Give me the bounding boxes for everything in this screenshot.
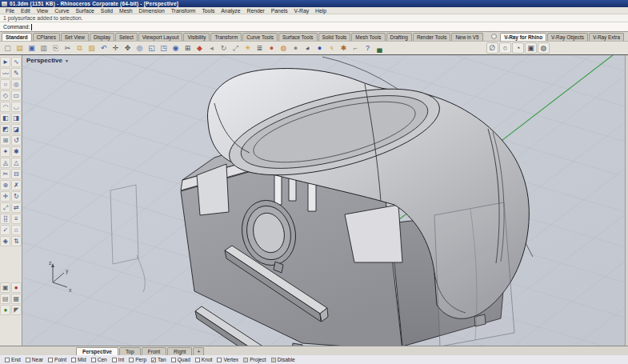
viewport-grid-icon[interactable]: ⊞ xyxy=(182,42,194,54)
eraser-icon[interactable]: ◆ xyxy=(194,42,206,54)
menu-item-transform[interactable]: Transform xyxy=(168,8,199,14)
osnap-checkbox-end[interactable] xyxy=(5,358,10,362)
toolbar-tab-v-ray-extra[interactable]: V-Ray Extra xyxy=(589,33,624,41)
shade-mode-ring-icon[interactable]: ◍ xyxy=(278,42,290,54)
surface-tool-icon[interactable]: ◧ xyxy=(0,113,10,123)
paste-icon[interactable]: ▧ xyxy=(86,42,98,54)
osnap-cen[interactable]: Cen xyxy=(91,357,107,362)
menu-item-analyze[interactable]: Analyze xyxy=(218,8,243,14)
saved-views-icon[interactable]: ▤ xyxy=(0,294,10,304)
zoom-selected-icon[interactable]: ◉ xyxy=(170,42,182,54)
render-stop-icon[interactable]: ● xyxy=(11,282,22,293)
scale-tool-icon[interactable]: ⤢ xyxy=(0,202,10,213)
extrude-tool-icon[interactable]: ⊞ xyxy=(0,135,10,146)
viewport-tab-top[interactable]: Top xyxy=(119,347,141,355)
toolbar-tab-surface-tools[interactable]: Surface Tools xyxy=(278,33,318,41)
ellipse-tool-icon[interactable]: ◎ xyxy=(11,79,22,90)
menu-item-vray[interactable]: V-Ray xyxy=(291,8,313,14)
menu-item-edit[interactable]: Edit xyxy=(18,8,34,14)
osnap-button-project[interactable]: Project xyxy=(243,357,266,362)
zoom-window-icon[interactable]: ◱ xyxy=(146,42,158,54)
analyze-tool-icon[interactable]: ✓ xyxy=(0,225,10,235)
command-line[interactable]: Command: xyxy=(0,22,628,32)
move-tool-icon[interactable]: ✛ xyxy=(0,191,10,202)
print-icon[interactable]: ▥ xyxy=(38,42,50,54)
toolbar-tab-display[interactable]: Display xyxy=(90,33,114,41)
zoom-extents-icon[interactable]: ◳ xyxy=(158,42,170,54)
loft-tool-icon[interactable]: ◨ xyxy=(11,113,22,123)
viewport-tab-front[interactable]: Front xyxy=(142,347,166,355)
toolbar-tab-v-ray-objects[interactable]: V-Ray Objects xyxy=(547,33,588,41)
menu-item-file[interactable]: File xyxy=(2,8,18,14)
osnap-int[interactable]: Int xyxy=(112,357,124,362)
open-file-icon[interactable]: ▤ xyxy=(14,42,26,54)
viewport-canvas[interactable]: z y x xyxy=(22,55,625,346)
menu-item-mesh[interactable]: Mesh xyxy=(116,8,136,14)
toolbar-tab-v-ray-for-rhino[interactable]: V-Ray for Rhino xyxy=(500,33,546,41)
pointer-flag-icon[interactable]: ◤ xyxy=(11,305,22,315)
toolbar-tab-curve-tools[interactable]: Curve Tools xyxy=(242,33,278,41)
box-tool-icon[interactable]: ◩ xyxy=(0,124,10,134)
curvature-icon[interactable]: ৭ xyxy=(326,42,338,54)
viewport-tab-[interactable]: + xyxy=(193,347,204,355)
lasso-select-tool-icon[interactable]: ∿ xyxy=(11,57,22,67)
osnap-vertex[interactable]: Vertex xyxy=(217,357,238,362)
shade-mode-red-icon[interactable]: ● xyxy=(266,42,278,54)
viewport-tab-perspective[interactable]: Perspective xyxy=(76,347,118,355)
orient-tool-icon[interactable]: ≡ xyxy=(11,214,22,224)
freeform-curve-tool-icon[interactable]: ◡ xyxy=(11,102,22,112)
export-icon[interactable]: ⎘ xyxy=(50,42,62,54)
osnap-end[interactable]: End xyxy=(5,357,21,362)
toolbar-tab-new-in-v5[interactable]: New in V5 xyxy=(451,33,482,41)
osnap-near[interactable]: Near xyxy=(26,357,43,362)
osnap-quad[interactable]: Quad xyxy=(171,357,190,362)
sphere-tool-icon[interactable]: ◪ xyxy=(11,124,22,134)
circle-tool-icon[interactable]: ○ xyxy=(0,79,10,90)
select-brush-icon[interactable]: ◂ xyxy=(206,42,218,54)
mirror-tool-icon[interactable]: ⇄ xyxy=(11,202,22,213)
toolbar-tab-mesh-tools[interactable]: Mesh Tools xyxy=(351,33,385,41)
menu-item-render[interactable]: Render xyxy=(244,8,268,14)
new-file-icon[interactable]: ▢ xyxy=(2,42,14,54)
text-tool-icon[interactable]: ◈ xyxy=(0,236,10,246)
toolbar-tab-set-view[interactable]: Set View xyxy=(61,33,89,41)
hide-tool-icon[interactable]: ⇅ xyxy=(11,236,22,246)
boolean-diff-tool-icon[interactable]: ✱ xyxy=(11,146,22,157)
dimension-tool-icon[interactable]: ⌂ xyxy=(11,225,22,235)
copy-icon[interactable]: ⧉ xyxy=(74,42,86,54)
pan-icon[interactable]: ✛ xyxy=(110,42,122,54)
menu-item-solid[interactable]: Solid xyxy=(98,8,116,14)
layer-icon[interactable]: ≣ xyxy=(254,42,266,54)
render-preview-icon[interactable]: ▣ xyxy=(0,282,10,293)
zoom-icon[interactable]: ◎ xyxy=(134,42,146,54)
undo-icon[interactable]: ↶ xyxy=(98,42,110,54)
perspective-viewport[interactable]: z y x Perspective ▼ xyxy=(22,55,625,346)
menu-item-view[interactable]: View xyxy=(34,8,52,14)
toolbar-tab-drafting[interactable]: Drafting xyxy=(386,33,412,41)
control-point-curve-tool-icon[interactable]: 〰 xyxy=(0,68,10,78)
osnap-checkbox-cen[interactable] xyxy=(91,358,96,362)
split-tool-icon[interactable]: ⊟ xyxy=(11,169,22,179)
osnap-button-disable[interactable]: Disable xyxy=(271,357,295,362)
polygon-tool-icon[interactable]: ◇ xyxy=(0,90,10,101)
vray-render-icon[interactable]: ∅ xyxy=(486,42,498,54)
rotate-view-icon[interactable]: ↻ xyxy=(218,42,230,54)
toolbar-tab-cplanes[interactable]: CPlanes xyxy=(33,33,60,41)
menu-item-tools[interactable]: Tools xyxy=(198,8,218,14)
menu-item-dimension[interactable]: Dimension xyxy=(136,8,168,14)
array-tool-icon[interactable]: ⣿ xyxy=(0,214,10,224)
arc-tool-icon[interactable]: ◠ xyxy=(0,102,10,112)
osnap-checkbox-point[interactable] xyxy=(48,358,53,362)
viewport-tab-right[interactable]: Right xyxy=(167,347,192,355)
select-pointer-tool-icon[interactable]: ► xyxy=(0,57,10,67)
save-icon[interactable]: ▣ xyxy=(26,42,38,54)
vray-material-icon[interactable]: ◔ xyxy=(512,42,524,54)
shade-mode-blue-icon[interactable]: ● xyxy=(314,42,326,54)
dim-icon[interactable]: ⌐ xyxy=(350,42,362,54)
toolbar-tab-visibility[interactable]: Visibility xyxy=(183,33,210,41)
toolbar-tab-solid-tools[interactable]: Solid Tools xyxy=(318,33,351,41)
toolbar-tab-transform[interactable]: Transform xyxy=(210,33,242,41)
chamfer-tool-icon[interactable]: △ xyxy=(11,158,22,168)
camera-icon[interactable]: ▦ xyxy=(11,294,22,304)
vray-sphere-icon[interactable]: ◍ xyxy=(538,42,550,54)
